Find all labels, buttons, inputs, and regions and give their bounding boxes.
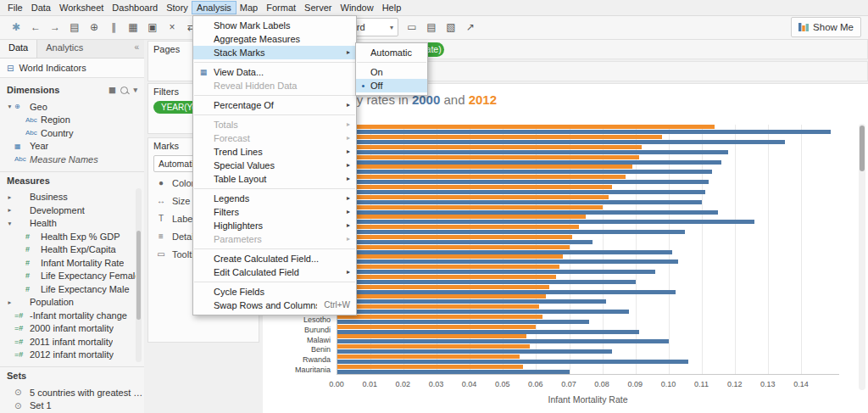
bar-2000[interactable] bbox=[337, 320, 589, 324]
bar-2012[interactable] bbox=[337, 155, 639, 159]
measure-item[interactable]: ▾Health bbox=[0, 217, 144, 231]
bar-2012[interactable] bbox=[337, 245, 570, 249]
menubar-item-format[interactable]: Format bbox=[262, 2, 300, 14]
clear-sheet-button[interactable]: × bbox=[163, 18, 181, 36]
bar-2012[interactable] bbox=[337, 165, 632, 169]
bar-2012[interactable] bbox=[337, 225, 579, 229]
dimension-item[interactable]: ▾⊕Geo bbox=[0, 100, 144, 114]
bar-2012[interactable] bbox=[337, 344, 530, 349]
dimension-item[interactable]: ▦Year bbox=[0, 140, 144, 153]
bar-2012[interactable] bbox=[337, 254, 563, 259]
bar-2000[interactable] bbox=[337, 160, 721, 165]
dimension-item[interactable]: AbcMeasure Names bbox=[0, 153, 144, 166]
menu-item-aggregate-measures[interactable]: Aggregate Measures bbox=[193, 32, 356, 46]
bar-2000[interactable] bbox=[337, 290, 676, 294]
measure-item[interactable]: ▸Business bbox=[0, 191, 144, 204]
bar-2000[interactable] bbox=[337, 220, 754, 224]
bar-2000[interactable] bbox=[337, 260, 678, 264]
bar-2000[interactable] bbox=[337, 240, 593, 244]
caret-icon[interactable]: ▸ bbox=[5, 193, 14, 201]
menubar-item-file[interactable]: File bbox=[3, 2, 27, 14]
bar-2012[interactable] bbox=[337, 304, 539, 309]
bar-2012[interactable] bbox=[337, 235, 572, 239]
dimension-item[interactable]: AbcRegion bbox=[0, 114, 144, 127]
bar-2012[interactable] bbox=[337, 205, 603, 209]
measure-item[interactable]: ▸Population bbox=[0, 296, 144, 310]
measure-item[interactable]: =#-Infant mortality change bbox=[0, 309, 144, 322]
bar-2000[interactable] bbox=[337, 130, 831, 134]
bar-2000[interactable] bbox=[337, 210, 718, 215]
bar-2012[interactable] bbox=[337, 135, 662, 139]
measure-item[interactable]: #Health Exp/Capita bbox=[0, 243, 144, 257]
bar-2012[interactable] bbox=[337, 334, 526, 338]
show-hide-cards-button[interactable]: ▤ bbox=[422, 18, 441, 36]
bar-2012[interactable] bbox=[337, 365, 523, 369]
menu-item-stack-marks[interactable]: Stack Marks▸ bbox=[193, 46, 356, 59]
measure-item[interactable]: ▸Development bbox=[0, 204, 144, 217]
bar-2012[interactable] bbox=[337, 145, 642, 149]
bar-2012[interactable] bbox=[337, 125, 715, 129]
view-options-icon[interactable]: ▦ bbox=[108, 86, 116, 94]
menu-item-legends[interactable]: Legends▸ bbox=[193, 192, 356, 205]
menubar-item-worksheet[interactable]: Worksheet bbox=[55, 2, 108, 14]
bar-2000[interactable] bbox=[337, 349, 612, 354]
duplicate-sheet-button[interactable]: ▣ bbox=[143, 18, 162, 36]
dimension-item[interactable]: AbcCountry bbox=[0, 126, 144, 140]
bar-2000[interactable] bbox=[337, 180, 709, 184]
menubar-item-data[interactable]: Data bbox=[27, 2, 55, 14]
datasource-item[interactable]: ⊟ World Indicators bbox=[0, 59, 144, 78]
share-button[interactable]: ↗ bbox=[461, 18, 480, 36]
menu-item-trend-lines[interactable]: Trend Lines▸ bbox=[193, 145, 356, 159]
measure-item[interactable]: =#2000 infant mortality bbox=[0, 322, 144, 336]
chart-scrollbar-thumb[interactable] bbox=[860, 126, 865, 171]
tableau-logo-button[interactable]: ✱ bbox=[7, 18, 25, 36]
chart-scrollbar[interactable] bbox=[859, 124, 865, 390]
bar-2000[interactable] bbox=[337, 330, 639, 334]
bar-2012[interactable] bbox=[337, 175, 626, 179]
caret-down-icon[interactable]: ▾ bbox=[133, 86, 137, 94]
presentation-mode-button[interactable]: ▧ bbox=[442, 18, 460, 36]
menu-item-show-mark-labels[interactable]: Show Mark Labels bbox=[193, 19, 356, 32]
bar-2000[interactable] bbox=[337, 360, 688, 364]
show-me-button[interactable]: Show Me bbox=[791, 17, 861, 37]
menu-item-view-data[interactable]: ▦View Data... bbox=[193, 65, 356, 79]
new-data-source-button[interactable]: ⊕ bbox=[85, 18, 103, 36]
bar-2000[interactable] bbox=[337, 250, 672, 254]
bar-2012[interactable] bbox=[337, 215, 586, 219]
bar-2000[interactable] bbox=[337, 190, 705, 194]
bar-2012[interactable] bbox=[337, 354, 520, 359]
bar-2000[interactable] bbox=[337, 370, 570, 374]
collapse-panel-icon[interactable]: « bbox=[134, 39, 144, 58]
set-item[interactable]: ⊙5 countries with greatest inf... bbox=[0, 386, 144, 399]
menubar-item-help[interactable]: Help bbox=[378, 2, 406, 14]
bar-2012[interactable] bbox=[337, 294, 546, 299]
measure-item[interactable]: #Life Expectancy Male bbox=[0, 282, 144, 296]
menu-item-create-calculated-field[interactable]: Create Calculated Field... bbox=[193, 252, 356, 265]
measure-item[interactable]: #Life Expectancy Female bbox=[0, 270, 144, 283]
undo-button[interactable]: ← bbox=[26, 18, 45, 36]
bar-2000[interactable] bbox=[337, 299, 606, 304]
menu-item-table-layout[interactable]: Table Layout▸ bbox=[193, 172, 356, 186]
new-worksheet-button[interactable]: ▦ bbox=[124, 18, 142, 36]
measures-scrollbar-thumb[interactable] bbox=[136, 231, 141, 320]
caret-icon[interactable]: ▸ bbox=[5, 299, 14, 306]
bar-2000[interactable] bbox=[337, 150, 728, 154]
bar-2000[interactable] bbox=[337, 280, 636, 284]
bar-2000[interactable] bbox=[337, 270, 655, 274]
bar-2000[interactable] bbox=[337, 140, 785, 144]
bar-2012[interactable] bbox=[337, 265, 559, 269]
caret-icon[interactable]: ▾ bbox=[5, 103, 14, 110]
bar-2012[interactable] bbox=[337, 195, 609, 199]
submenu-item-automatic[interactable]: Automatic bbox=[356, 46, 427, 59]
save-button[interactable]: ▤ bbox=[65, 18, 84, 36]
menubar-item-server[interactable]: Server bbox=[300, 2, 336, 14]
measure-item[interactable]: #Health Exp % GDP bbox=[0, 230, 144, 243]
measure-item[interactable]: #Infant Mortality Rate bbox=[0, 256, 144, 270]
menu-item-edit-calculated-field[interactable]: Edit Calculated Field▸ bbox=[193, 265, 356, 279]
tab-data[interactable]: Data bbox=[0, 39, 37, 58]
menu-item-highlighters[interactable]: Highlighters▸ bbox=[193, 219, 356, 232]
tab-analytics[interactable]: Analytics bbox=[37, 39, 92, 58]
bar-2000[interactable] bbox=[337, 230, 685, 234]
redo-button[interactable]: → bbox=[46, 18, 64, 36]
submenu-item-on[interactable]: On bbox=[356, 65, 427, 79]
